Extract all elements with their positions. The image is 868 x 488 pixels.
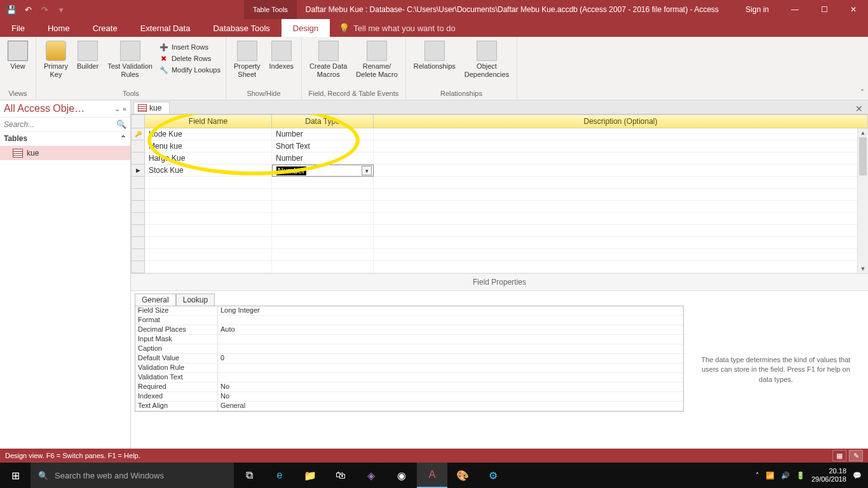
data-type-cell[interactable]: Number▾ bbox=[272, 165, 374, 177]
nav-item-kue[interactable]: kue bbox=[0, 146, 130, 160]
property-value[interactable]: 0 bbox=[218, 354, 683, 363]
data-type-cell[interactable] bbox=[272, 189, 374, 201]
field-name-cell[interactable] bbox=[145, 249, 272, 261]
row-selector[interactable]: ▶ bbox=[131, 165, 145, 177]
tray-expand-icon[interactable]: ˄ bbox=[756, 471, 759, 480]
tab-create[interactable]: Create bbox=[81, 19, 129, 37]
data-type-cell[interactable] bbox=[272, 261, 374, 273]
field-name-cell[interactable] bbox=[145, 201, 272, 213]
property-value[interactable]: General bbox=[218, 402, 683, 411]
builder-button[interactable]: Builder bbox=[74, 39, 101, 72]
start-button[interactable]: ⊞ bbox=[0, 463, 31, 488]
table-row[interactable] bbox=[131, 189, 868, 201]
nav-collapse-icon[interactable]: « bbox=[123, 105, 126, 113]
dropdown-icon[interactable]: ▾ bbox=[362, 166, 372, 175]
fp-tab-lookup[interactable]: Lookup bbox=[176, 294, 215, 306]
chrome-icon[interactable]: ◉ bbox=[386, 463, 417, 488]
description-cell[interactable] bbox=[374, 128, 868, 140]
field-name-cell[interactable] bbox=[145, 189, 272, 201]
description-cell[interactable] bbox=[374, 140, 868, 152]
data-type-cell[interactable] bbox=[272, 177, 374, 189]
qat-customize-icon[interactable]: ▾ bbox=[53, 2, 69, 17]
clock[interactable]: 20.18 29/06/2018 bbox=[811, 467, 846, 484]
signin-link[interactable]: Sign in bbox=[734, 5, 780, 14]
scroll-thumb[interactable] bbox=[859, 137, 867, 175]
property-value[interactable]: Long Integer bbox=[218, 306, 683, 316]
fp-tab-general[interactable]: General bbox=[135, 294, 176, 306]
explorer-icon[interactable]: 📁 bbox=[295, 463, 325, 488]
row-selector[interactable] bbox=[131, 237, 145, 249]
data-type-cell[interactable] bbox=[272, 249, 374, 261]
data-type-cell[interactable]: Number bbox=[272, 152, 374, 165]
field-name-cell[interactable] bbox=[145, 177, 272, 189]
save-icon[interactable]: 💾 bbox=[4, 2, 19, 17]
access-icon[interactable]: A bbox=[417, 463, 447, 488]
nav-search-input[interactable] bbox=[4, 120, 114, 129]
nav-section-tables[interactable]: Tables ⌃ bbox=[0, 132, 130, 146]
description-cell[interactable] bbox=[374, 249, 868, 261]
property-row[interactable]: Text AlignGeneral bbox=[135, 402, 683, 411]
collapse-ribbon-icon[interactable]: ˄ bbox=[860, 88, 864, 97]
table-row[interactable] bbox=[131, 201, 868, 213]
tell-me[interactable]: 💡 Tell me what you want to do bbox=[330, 19, 455, 37]
store-icon[interactable]: 🛍 bbox=[325, 463, 356, 488]
table-row[interactable]: Menu kueShort Text bbox=[131, 140, 868, 152]
property-row[interactable]: Field SizeLong Integer bbox=[135, 306, 683, 316]
object-dependencies-button[interactable]: Object Dependencies bbox=[462, 39, 512, 79]
table-row[interactable] bbox=[131, 261, 868, 273]
insert-rows-button[interactable]: ➕Insert Rows bbox=[159, 42, 220, 52]
property-value[interactable] bbox=[218, 373, 683, 383]
scroll-down-icon[interactable]: ▼ bbox=[858, 264, 868, 273]
relationships-button[interactable]: Relationships bbox=[411, 39, 458, 72]
design-view-button[interactable]: ✎ bbox=[849, 450, 863, 461]
property-value[interactable] bbox=[218, 316, 683, 325]
row-selector[interactable] bbox=[131, 225, 145, 237]
modify-lookups-button[interactable]: 🔧Modify Lookups bbox=[159, 65, 220, 75]
close-button[interactable]: ✕ bbox=[839, 0, 868, 19]
vertical-scrollbar[interactable]: ▲ ▼ bbox=[857, 128, 868, 273]
create-data-macros-button[interactable]: Create Data Macros bbox=[307, 39, 349, 79]
field-name-cell[interactable] bbox=[145, 225, 272, 237]
vs-icon[interactable]: ◈ bbox=[356, 463, 386, 488]
property-row[interactable]: Input Mask bbox=[135, 335, 683, 344]
tab-design[interactable]: Design bbox=[281, 19, 330, 37]
tab-home[interactable]: Home bbox=[36, 19, 81, 37]
tab-database-tools[interactable]: Database Tools bbox=[201, 19, 281, 37]
data-type-cell[interactable]: Number bbox=[272, 128, 374, 140]
taskbar-search[interactable]: 🔍 Search the web and Windows bbox=[31, 463, 234, 488]
select-all-cell[interactable] bbox=[131, 114, 145, 128]
field-name-cell[interactable] bbox=[145, 213, 272, 225]
row-selector[interactable] bbox=[131, 152, 145, 165]
description-cell[interactable] bbox=[374, 201, 868, 213]
row-selector[interactable] bbox=[131, 201, 145, 213]
description-cell[interactable] bbox=[374, 213, 868, 225]
property-row[interactable]: Format bbox=[135, 316, 683, 325]
row-selector[interactable] bbox=[131, 261, 145, 273]
data-type-cell[interactable] bbox=[272, 225, 374, 237]
data-type-cell[interactable] bbox=[272, 213, 374, 225]
field-name-cell[interactable] bbox=[145, 237, 272, 249]
settings-icon[interactable]: ⚙ bbox=[478, 463, 508, 488]
table-row[interactable]: ▶Stock KueNumber▾ bbox=[131, 165, 868, 177]
view-button[interactable]: View bbox=[5, 39, 31, 72]
primary-key-button[interactable]: Primary Key bbox=[41, 39, 71, 79]
property-value[interactable] bbox=[218, 344, 683, 354]
table-row[interactable] bbox=[131, 213, 868, 225]
row-selector[interactable] bbox=[131, 189, 145, 201]
battery-icon[interactable]: 🔋 bbox=[796, 471, 805, 480]
rename-delete-macro-button[interactable]: Rename/ Delete Macro bbox=[353, 39, 400, 79]
nav-dropdown-icon[interactable]: ⌄ bbox=[114, 105, 120, 113]
volume-icon[interactable]: 🔊 bbox=[781, 471, 790, 480]
notifications-icon[interactable]: 💬 bbox=[853, 471, 862, 480]
property-row[interactable]: RequiredNo bbox=[135, 383, 683, 392]
data-type-cell[interactable]: Short Text bbox=[272, 140, 374, 152]
property-value[interactable]: No bbox=[218, 383, 683, 392]
col-data-type[interactable]: Data Type bbox=[272, 114, 374, 128]
undo-icon[interactable]: ↶ bbox=[20, 2, 36, 17]
document-close-button[interactable]: ✕ bbox=[850, 104, 868, 114]
property-value[interactable] bbox=[218, 335, 683, 344]
description-cell[interactable] bbox=[374, 177, 868, 189]
document-tab-kue[interactable]: kue bbox=[133, 102, 170, 114]
minimize-button[interactable]: — bbox=[780, 0, 810, 19]
property-row[interactable]: Caption bbox=[135, 344, 683, 354]
